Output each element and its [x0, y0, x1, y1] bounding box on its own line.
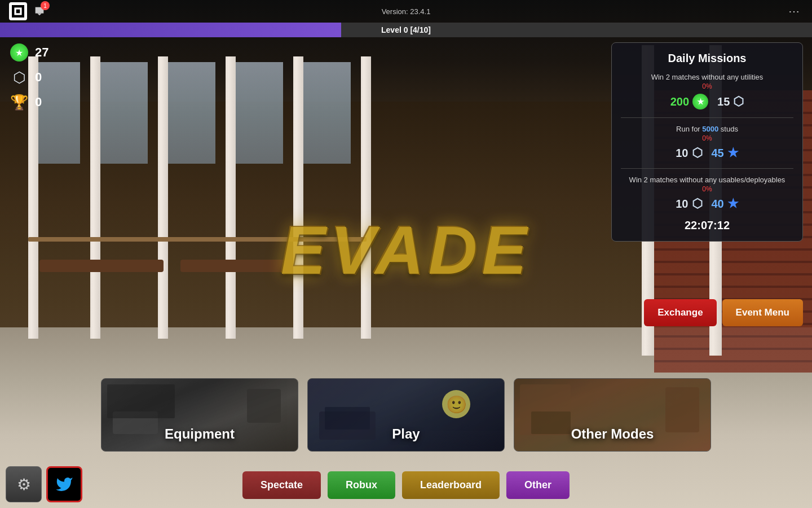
action-buttons: Exchange Event Menu [644, 299, 803, 326]
reward-hex-3: 10 ⬡ [676, 196, 702, 211]
reward-hex-1: 15 ⬡ [717, 94, 744, 109]
green-star-icon: ★ [10, 43, 28, 62]
pillar [158, 56, 168, 339]
trophy-count: 0 [35, 95, 42, 110]
other-modes-card[interactable]: Other Modes [514, 378, 711, 452]
event-menu-button[interactable]: Event Menu [722, 299, 803, 326]
daily-missions-title: Daily Missions [621, 52, 793, 65]
mission-3: Win 2 matches without any usables/deploy… [621, 176, 793, 211]
hex-count: 0 [35, 70, 42, 85]
hex-symbol: ⬡ [13, 70, 26, 85]
mission-2-percent: 0% [621, 134, 793, 142]
divider-1 [621, 117, 793, 118]
window-panel [236, 62, 283, 164]
reward-value-45: 45 [712, 147, 724, 160]
divider-2 [621, 168, 793, 169]
other-button[interactable]: Other [506, 471, 570, 499]
reward-hex-2: 10 ⬡ [676, 146, 702, 160]
mission-timer: 22:07:12 [621, 219, 793, 232]
hex-icon: ⬡ [9, 67, 29, 87]
equipment-label: Equipment [102, 426, 298, 442]
window-panel [303, 62, 351, 164]
pillar [90, 56, 100, 339]
bench [180, 260, 293, 272]
mission-3-title: Win 2 matches without any usables/deploy… [621, 176, 793, 184]
level-text: Level 0 [4/10] [381, 25, 431, 34]
robux-button[interactable]: Robux [328, 471, 395, 499]
star-stat-row: ★ 27 [9, 42, 48, 63]
star-count: 27 [35, 45, 48, 60]
mission-2-title: Run for 5000 studs [621, 125, 793, 133]
star-icon: ★ [9, 42, 29, 63]
reward-value-200: 200 [670, 95, 689, 108]
trophy-icon: 🏆 [9, 92, 29, 112]
mission-3-rewards: 10 ⬡ 40 ★ [621, 196, 793, 211]
reward-blue-star-icon-2: ★ [727, 146, 739, 160]
reward-green-star: 200 ★ [670, 94, 708, 110]
pillar [293, 56, 303, 339]
mission-1-title: Win 2 matches without any utilities [621, 73, 793, 81]
pillar [226, 56, 236, 339]
exchange-button[interactable]: Exchange [644, 299, 716, 326]
roblox-logo[interactable] [9, 2, 27, 20]
bottom-left-icons: ⚙ [6, 466, 82, 502]
settings-button[interactable]: ⚙ [6, 466, 42, 502]
mission-2: Run for 5000 studs 0% 10 ⬡ 45 ★ [621, 125, 793, 160]
version-text: Version: 23.4.1 [382, 7, 431, 16]
window-panel [100, 62, 148, 164]
other-modes-label: Other Modes [514, 426, 710, 442]
reward-value-15: 15 [717, 95, 730, 108]
spectate-button[interactable]: Spectate [242, 471, 321, 499]
play-card[interactable]: 🙂 Play [307, 378, 505, 452]
daily-missions-panel: Daily Missions Win 2 matches without any… [611, 42, 803, 242]
mission-2-rewards: 10 ⬡ 45 ★ [621, 146, 793, 160]
left-stats: ★ 27 ⬡ 0 🏆 0 [9, 42, 48, 112]
equipment-card[interactable]: Equipment [101, 378, 298, 452]
trophy-symbol: 🏆 [10, 95, 28, 110]
leaderboard-button[interactable]: Leaderboard [402, 471, 500, 499]
reward-value-10-a: 10 [676, 147, 688, 160]
svg-rect-2 [16, 10, 20, 14]
reward-hex-icon-2: ⬡ [692, 146, 703, 160]
mission-3-percent: 0% [621, 185, 793, 193]
reward-blue-star-2: 45 ★ [712, 146, 739, 160]
notification-button[interactable]: 1 [32, 3, 47, 19]
game-title: EVADE [281, 211, 532, 289]
pillar [361, 56, 371, 339]
mission-1: Win 2 matches without any utilities 0% 2… [621, 73, 793, 110]
play-label: Play [308, 426, 504, 442]
trophy-stat-row: 🏆 0 [9, 92, 48, 112]
reward-blue-star-3: 40 ★ [712, 196, 739, 211]
hex-stat-row: ⬡ 0 [9, 67, 48, 87]
level-bar: Level 0 [4/10] [0, 23, 812, 37]
window-panel [168, 62, 215, 164]
xp-bar-fill [0, 23, 341, 37]
bench [39, 260, 164, 272]
reward-value-40: 40 [712, 198, 724, 211]
mission-1-percent: 0% [621, 82, 793, 90]
reward-hex-icon-1: ⬡ [733, 94, 744, 109]
reward-hex-icon-3: ⬡ [692, 196, 703, 211]
mission-2-highlight: 5000 [702, 125, 718, 133]
reward-icon-green-star: ★ [692, 94, 708, 110]
reward-blue-star-icon-3: ★ [727, 196, 739, 211]
reward-value-10-b: 10 [676, 198, 688, 211]
twitter-button[interactable] [46, 466, 82, 502]
main-nav: Equipment 🙂 Play Other Modes [101, 378, 711, 452]
top-bar: 1 Version: 23.4.1 ⋯ [0, 0, 812, 23]
notification-badge: 1 [41, 1, 50, 10]
menu-dots-button[interactable]: ⋯ [785, 2, 803, 20]
mission-1-rewards: 200 ★ 15 ⬡ [621, 94, 793, 110]
smiley-face: 🙂 [442, 390, 470, 418]
bottom-toolbar: Spectate Robux Leaderboard Other [242, 471, 570, 499]
